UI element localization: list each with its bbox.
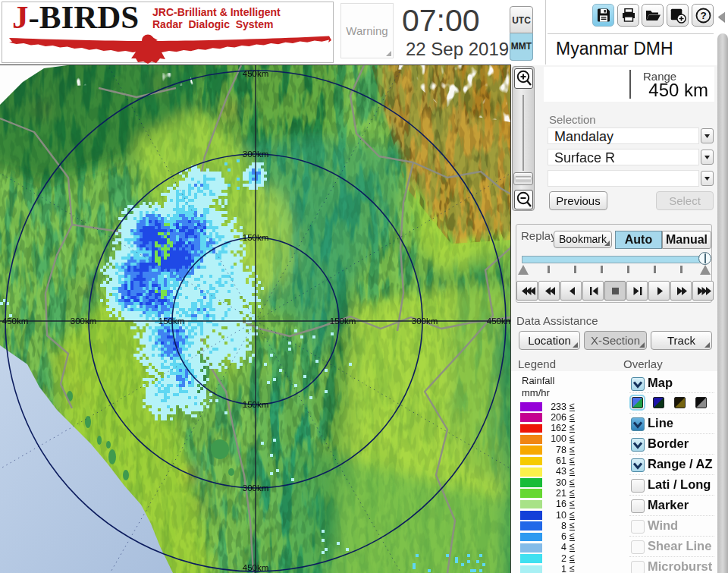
svg-text:450km: 450km (243, 563, 269, 572)
svg-text:300km: 300km (243, 150, 269, 159)
svg-text:?: ? (700, 10, 706, 21)
svg-text:450km: 450km (2, 316, 29, 326)
svg-text:150km: 150km (243, 233, 269, 242)
svg-text:300km: 300km (71, 316, 97, 326)
svg-text:150km: 150km (158, 316, 185, 326)
svg-text:300km: 300km (243, 483, 269, 493)
svg-text:150km: 150km (330, 316, 356, 326)
svg-text:150km: 150km (243, 400, 269, 409)
svg-text:450km: 450km (487, 316, 511, 326)
svg-text:300km: 300km (412, 316, 438, 326)
svg-text:450km: 450km (243, 69, 269, 78)
